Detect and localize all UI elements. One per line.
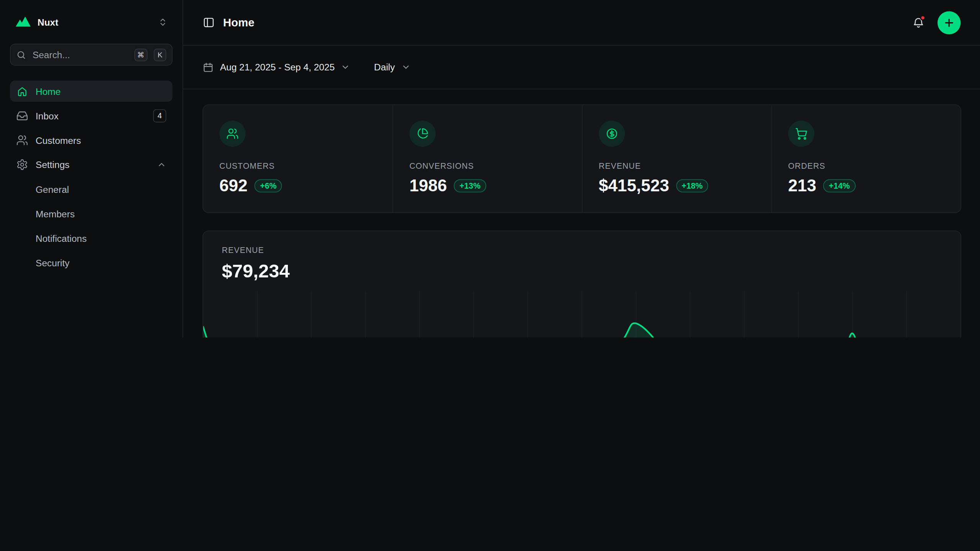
users-icon	[219, 121, 246, 147]
revenue-chart-card: REVENUE $79,234	[203, 230, 961, 337]
notification-dot	[920, 15, 926, 20]
stat-conversions[interactable]: CONVERSIONS 1986 +13%	[392, 105, 582, 212]
page-title: Home	[223, 16, 255, 29]
stat-orders[interactable]: ORDERS 213 +14%	[771, 105, 961, 212]
interval-select[interactable]: Daily	[374, 62, 410, 73]
users-icon	[16, 134, 28, 146]
stat-value: 1986	[409, 176, 447, 196]
settings-subnav: General Members Notifications Security	[10, 179, 172, 273]
sidebar-item-general[interactable]: General	[10, 179, 172, 200]
chevron-down-icon	[341, 62, 350, 72]
interval-label: Daily	[374, 62, 395, 73]
topbar: Home	[183, 0, 980, 46]
dollar-circle-icon	[599, 121, 625, 147]
date-range-picker[interactable]: Aug 21, 2025 - Sep 4, 2025	[203, 62, 350, 73]
workspace-switcher[interactable]: Nuxt	[10, 10, 172, 34]
panel-left-icon[interactable]	[203, 16, 215, 29]
stat-delta-badge: +18%	[676, 179, 708, 192]
sidebar-item-security[interactable]: Security	[10, 252, 172, 273]
toolbar: Aug 21, 2025 - Sep 4, 2025 Daily	[183, 46, 980, 89]
stat-delta-badge: +14%	[823, 179, 855, 192]
chart-area-wrap	[203, 291, 961, 337]
workspace-name: Nuxt	[38, 16, 152, 27]
sidebar: Nuxt Search... ⌘ K Home	[0, 0, 183, 337]
sidebar-item-settings[interactable]: Settings	[10, 154, 172, 175]
nav-label: Security	[36, 257, 69, 268]
nav-label: General	[36, 184, 69, 195]
chart-gridlines	[203, 291, 961, 337]
content: CUSTOMERS 692 +6% CONVERSIONS 1986 +13%	[183, 89, 980, 337]
stat-delta-badge: +6%	[255, 179, 282, 192]
nav-label: Inbox	[36, 110, 145, 121]
revenue-label: REVENUE	[222, 246, 942, 255]
stat-value: 213	[788, 176, 817, 196]
sidebar-nav: Home Inbox 4 Customers Settings	[10, 81, 172, 274]
nav-label: Notifications	[36, 233, 87, 243]
date-range-label: Aug 21, 2025 - Sep 4, 2025	[220, 62, 335, 73]
stat-label: CONVERSIONS	[409, 161, 565, 170]
chevron-down-icon	[401, 62, 410, 72]
main-area: Home Aug 21, 2025 - Sep 4, 2025	[183, 0, 980, 337]
stat-label: CUSTOMERS	[219, 161, 376, 170]
add-button[interactable]	[938, 11, 960, 34]
pie-chart-icon	[409, 121, 436, 147]
home-icon	[16, 85, 28, 97]
search-input[interactable]: Search... ⌘ K	[10, 44, 172, 65]
stat-label: ORDERS	[788, 161, 944, 170]
stat-customers[interactable]: CUSTOMERS 692 +6%	[203, 105, 393, 212]
app-root: Nuxt Search... ⌘ K Home	[0, 0, 980, 337]
sidebar-item-inbox[interactable]: Inbox 4	[10, 105, 172, 126]
stat-label: REVENUE	[599, 161, 755, 170]
kbd-cmd: ⌘	[134, 49, 147, 61]
chevron-up-icon	[157, 160, 166, 169]
search-icon	[16, 50, 26, 60]
stat-value: 692	[219, 176, 248, 196]
revenue-value: $79,234	[222, 261, 942, 282]
chevrons-up-down-icon	[158, 17, 167, 26]
inbox-icon	[16, 110, 28, 122]
notifications-button[interactable]	[912, 16, 925, 29]
nav-label: Members	[36, 208, 75, 219]
nav-label: Customers	[36, 135, 166, 145]
sidebar-item-members[interactable]: Members	[10, 203, 172, 225]
kbd-k: K	[154, 49, 167, 61]
stat-value: $415,523	[599, 176, 669, 196]
plus-icon	[943, 16, 955, 28]
inbox-count-badge: 4	[153, 109, 166, 122]
nav-label: Home	[36, 86, 166, 96]
gear-icon	[16, 158, 28, 170]
calendar-icon	[203, 62, 214, 73]
nav-label: Settings	[36, 159, 149, 170]
search-placeholder: Search...	[33, 49, 128, 60]
sidebar-item-notifications[interactable]: Notifications	[10, 227, 172, 249]
sidebar-item-home[interactable]: Home	[10, 81, 172, 102]
revenue-chart	[203, 291, 961, 337]
nuxt-logo-icon	[15, 14, 31, 30]
stat-delta-badge: +13%	[454, 179, 486, 192]
sidebar-item-customers[interactable]: Customers	[10, 129, 172, 151]
shopping-cart-icon	[788, 121, 815, 147]
stats-card: CUSTOMERS 692 +6% CONVERSIONS 1986 +13%	[203, 104, 961, 213]
stat-revenue[interactable]: REVENUE $415,523 +18%	[582, 105, 771, 212]
